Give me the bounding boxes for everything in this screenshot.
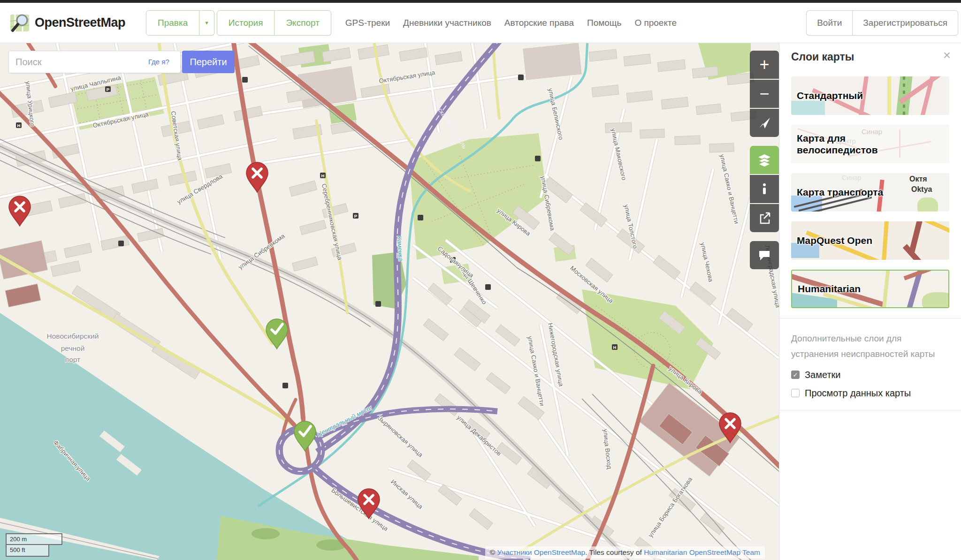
brand-title: OpenStreetMap xyxy=(35,15,125,30)
nav-link-4[interactable]: О проекте xyxy=(634,18,677,28)
zoom-out-button[interactable]: − xyxy=(750,80,779,108)
toolbar-group xyxy=(750,241,779,269)
zoom-in-button[interactable]: + xyxy=(750,51,779,79)
scale-imperial: 500 ft xyxy=(6,545,49,557)
panel-divider xyxy=(779,318,961,318)
attribution-middle: . Tiles courtesy of xyxy=(585,548,644,556)
checkbox-checked[interactable]: ✓ xyxy=(791,371,800,379)
share-button[interactable] xyxy=(750,204,779,232)
overlay-checkbox-list: ✓ЗаметкиПросмотр данных карты xyxy=(791,370,949,399)
street-label: порт xyxy=(65,356,80,363)
auth-buttons: Войти Зарегистрироваться xyxy=(806,10,958,36)
toolbar-group xyxy=(750,146,779,232)
map-area[interactable]: PHHPHH улица ЧаплыгинаОктябрьская улицаО… xyxy=(0,43,961,560)
edit-button-group: Правка ▾ xyxy=(146,10,214,36)
attribution-link-contributors[interactable]: Участники OpenStreetMap xyxy=(497,548,585,556)
street-label: речной xyxy=(61,344,85,352)
checkbox-label: Просмотр данных карты xyxy=(805,388,911,399)
map-canvas[interactable]: PHHPHH улица ЧаплыгинаОктябрьская улицаО… xyxy=(0,43,780,560)
nav-link-2[interactable]: Авторские права xyxy=(504,18,574,28)
street-label: Новосибирский xyxy=(47,332,99,340)
close-icon[interactable]: × xyxy=(943,48,951,63)
where-am-i-link[interactable]: Где я? xyxy=(148,58,169,66)
toolbar-group: +− xyxy=(750,51,779,137)
layers-button[interactable] xyxy=(750,146,779,174)
navbar: OpenStreetMap Правка ▾ История Экспорт G… xyxy=(0,3,961,43)
svg-text:P: P xyxy=(107,87,110,92)
history-button[interactable]: История xyxy=(217,10,275,36)
thumb-label: Oktya xyxy=(911,185,932,194)
overlay-checkbox-row-1[interactable]: Просмотр данных карты xyxy=(791,388,949,399)
layer-item-mapquest[interactable]: MapQuest Open xyxy=(791,221,949,260)
search-control: Где я? Перейти xyxy=(8,51,243,73)
svg-text:H: H xyxy=(17,123,21,128)
svg-text:H: H xyxy=(613,345,617,350)
nav-link-0[interactable]: GPS-треки xyxy=(345,18,390,28)
layer-list: СтандартныйСинарЦентрКарта для велосипед… xyxy=(791,76,949,308)
layer-label: Humanitarian xyxy=(798,283,861,295)
attribution-link-hot[interactable]: Humanitarian OpenStreetMap Team xyxy=(644,548,760,556)
layer-label: Карта транспорта xyxy=(797,186,883,198)
nav-link-1[interactable]: Дневники участников xyxy=(403,18,491,28)
svg-text:H: H xyxy=(321,173,325,178)
thumb-label: Октя xyxy=(909,175,927,183)
edit-button[interactable]: Правка xyxy=(146,10,199,36)
layer-item-cycle[interactable]: СинарЦентрКарта для велосипедистов xyxy=(791,125,949,163)
scale-control: 200 m 500 ft xyxy=(6,533,62,557)
map-toolbar: +− xyxy=(750,51,779,278)
signup-button[interactable]: Зарегистрироваться xyxy=(852,10,958,36)
osm-logo[interactable]: OpenStreetMap xyxy=(9,13,125,33)
layer-label: Карта для велосипедистов xyxy=(797,132,891,156)
edit-dropdown-caret[interactable]: ▾ xyxy=(199,10,214,36)
layers-panel: Слои карты × СтандартныйСинарЦентрКарта … xyxy=(779,43,961,560)
checkbox-unchecked[interactable] xyxy=(791,389,800,397)
note-button[interactable] xyxy=(750,241,779,269)
panel-note: Дополнительные слои для устранения неисп… xyxy=(791,331,941,362)
svg-text:P: P xyxy=(354,213,358,219)
panel-divider xyxy=(779,410,961,410)
layer-item-transport[interactable]: СинарОктяOktyaКарта транспорта xyxy=(791,173,949,212)
nav-link-3[interactable]: Помощь xyxy=(587,18,621,28)
checkbox-label: Заметки xyxy=(805,370,841,380)
scale-metric: 200 m xyxy=(6,533,62,545)
history-export-group: История Экспорт xyxy=(217,10,331,36)
map-key-button[interactable] xyxy=(750,175,779,203)
attribution-prefix: © xyxy=(490,548,497,556)
layer-item-standard[interactable]: Стандартный xyxy=(791,76,949,115)
osm-logo-icon xyxy=(9,13,30,33)
locate-button[interactable] xyxy=(750,109,779,137)
login-button[interactable]: Войти xyxy=(806,10,852,36)
layers-panel-title: Слои карты xyxy=(791,51,949,63)
overlay-checkbox-row-0[interactable]: ✓Заметки xyxy=(791,370,949,380)
export-button[interactable]: Экспорт xyxy=(275,10,331,36)
nav-links: GPS-трекиДневники участниковАвторские пр… xyxy=(345,18,677,28)
layer-label: MapQuest Open xyxy=(797,235,872,246)
attribution: © Участники OpenStreetMap. Tiles courtes… xyxy=(485,546,765,559)
layer-item-humanitarian[interactable]: Humanitarian xyxy=(791,270,949,308)
search-go-button[interactable]: Перейти xyxy=(182,51,235,73)
layer-label: Стандартный xyxy=(797,90,863,101)
